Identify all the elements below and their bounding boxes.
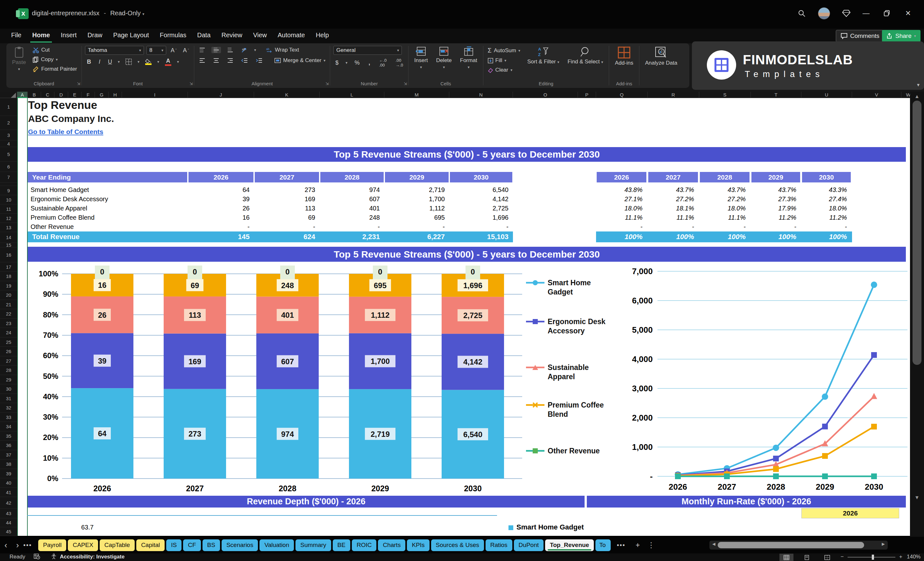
column-header-A[interactable]: A: [17, 92, 28, 98]
row-header-4[interactable]: 4: [0, 140, 17, 147]
column-header-R[interactable]: R: [648, 92, 699, 98]
row-header-34[interactable]: 34: [0, 422, 17, 431]
tabs-list-icon[interactable]: •••: [23, 542, 32, 549]
row-header-23[interactable]: 23: [0, 319, 17, 328]
row-header-31[interactable]: 31: [0, 394, 17, 403]
alignment-dialog-launcher[interactable]: ⇲: [326, 81, 328, 86]
align-center-button[interactable]: [212, 57, 221, 64]
comma-format-button[interactable]: ,: [366, 59, 372, 67]
menu-tab-data[interactable]: Data: [195, 28, 212, 41]
clear-button[interactable]: Clear▾: [486, 66, 522, 74]
menu-tab-home[interactable]: Home: [30, 28, 52, 43]
align-bottom-button[interactable]: [225, 47, 235, 53]
tabs-scroll-left-icon[interactable]: ‹: [4, 540, 8, 550]
column-header-Q[interactable]: Q: [596, 92, 648, 98]
sheet-tab-sources-uses[interactable]: Sources & Uses: [431, 539, 484, 551]
comments-button[interactable]: Comments: [836, 30, 884, 42]
macro-record-icon[interactable]: [34, 554, 40, 561]
row-header-1[interactable]: 1: [0, 98, 17, 116]
column-header-G[interactable]: G: [95, 92, 109, 98]
row-header-21[interactable]: 21: [0, 300, 17, 309]
grow-font-button[interactable]: Aˆ: [169, 46, 178, 54]
sheet-tab-summary[interactable]: Summary: [296, 539, 331, 551]
zoom-out-button[interactable]: −: [841, 554, 844, 560]
row-header-11[interactable]: 11: [0, 204, 17, 214]
row-header-7[interactable]: 7: [0, 172, 17, 183]
sheet-tab-scenarios[interactable]: Scenarios: [222, 539, 258, 551]
collapse-ribbon-icon[interactable]: ▾: [917, 82, 920, 88]
font-dialog-launcher[interactable]: ⇲: [189, 81, 193, 86]
column-header-B[interactable]: B: [28, 92, 41, 98]
row-header-9[interactable]: 9: [0, 186, 17, 195]
sheet-tab-valuation[interactable]: Valuation: [260, 539, 294, 551]
restore-button[interactable]: [880, 7, 893, 20]
row-header-41[interactable]: 41: [0, 488, 17, 497]
row-header-17[interactable]: 17: [0, 262, 17, 272]
hscroll-right-icon[interactable]: ►: [881, 541, 886, 547]
column-header-I[interactable]: I: [122, 92, 188, 98]
sort-filter-button[interactable]: AZ Sort & Filter ▾: [525, 46, 562, 66]
zoom-slider[interactable]: [848, 557, 896, 558]
column-header-J[interactable]: J: [188, 92, 254, 98]
orientation-button[interactable]: ab: [240, 46, 250, 54]
premium-gem-icon[interactable]: [840, 7, 853, 20]
row-header-32[interactable]: 32: [0, 403, 17, 412]
sheet-tab-cf[interactable]: CF: [183, 539, 201, 551]
menu-tab-draw[interactable]: Draw: [86, 28, 104, 41]
font-size-select[interactable]: 8▾: [147, 46, 166, 55]
row-header-29[interactable]: 29: [0, 375, 17, 384]
menu-tab-automate[interactable]: Automate: [276, 28, 307, 41]
column-header-E[interactable]: E: [68, 92, 81, 98]
decrease-indent-button[interactable]: [240, 57, 250, 64]
row-header-5[interactable]: 5: [0, 147, 17, 162]
increase-indent-button[interactable]: [254, 57, 264, 64]
column-header-P[interactable]: P: [578, 92, 596, 98]
menu-tab-help[interactable]: Help: [314, 28, 331, 41]
search-icon[interactable]: [795, 7, 808, 20]
decrease-decimal-button[interactable]: .00→.0: [393, 57, 405, 68]
row-header-25[interactable]: 25: [0, 338, 17, 347]
clipboard-dialog-launcher[interactable]: ⇲: [77, 81, 80, 86]
delete-cells-button[interactable]: Delete▾: [434, 46, 454, 70]
zoom-level[interactable]: 140%: [907, 554, 921, 560]
column-header-U[interactable]: U: [801, 92, 852, 98]
copy-button[interactable]: Copy▾: [32, 56, 78, 64]
fill-button[interactable]: Fill▾: [486, 56, 522, 64]
share-button[interactable]: Share ▾: [882, 30, 921, 42]
row-header-36[interactable]: 36: [0, 441, 17, 450]
analyze-data-button[interactable]: Analyze Data: [642, 46, 680, 67]
insert-cells-button[interactable]: Insert▾: [412, 46, 430, 70]
increase-decimal-button[interactable]: ←.0.00: [377, 57, 388, 68]
row-header-33[interactable]: 33: [0, 412, 17, 422]
row-header-44[interactable]: 44: [0, 518, 17, 527]
row-header-6[interactable]: 6: [0, 162, 17, 172]
horizontal-scroll-thumb[interactable]: [718, 542, 864, 548]
column-header-K[interactable]: K: [254, 92, 320, 98]
row-header-26[interactable]: 26: [0, 347, 17, 356]
menu-tab-review[interactable]: Review: [219, 28, 244, 41]
row-header-42[interactable]: 42: [0, 497, 17, 509]
new-sheet-button[interactable]: +: [636, 541, 640, 549]
row-header-18[interactable]: 18: [0, 272, 17, 281]
row-header-27[interactable]: 27: [0, 356, 17, 366]
addins-button[interactable]: Add-ins: [612, 46, 636, 67]
row-header-24[interactable]: 24: [0, 328, 17, 338]
row-header-30[interactable]: 30: [0, 384, 17, 394]
readonly-badge[interactable]: Read-Only: [110, 9, 141, 16]
menu-tab-view[interactable]: View: [251, 28, 269, 41]
row-header-2[interactable]: 2: [0, 116, 17, 130]
column-header-M[interactable]: M: [384, 92, 449, 98]
sheet-tab-roic[interactable]: ROIC: [352, 539, 376, 551]
fill-color-button[interactable]: [143, 58, 153, 66]
number-format-select[interactable]: General▾: [333, 46, 402, 55]
sheet-tab-bs[interactable]: BS: [202, 539, 220, 551]
wrap-text-button[interactable]: ab Wrap Text: [265, 46, 300, 54]
format-cells-button[interactable]: Format▾: [458, 46, 480, 70]
column-header-F[interactable]: F: [81, 92, 95, 98]
more-tabs-icon[interactable]: •••: [617, 542, 626, 549]
row-header-13[interactable]: 13: [0, 223, 17, 232]
row-header-28[interactable]: 28: [0, 366, 17, 375]
row-header-15[interactable]: 15: [0, 243, 17, 248]
column-header-V[interactable]: V: [852, 92, 902, 98]
row-header-19[interactable]: 19: [0, 281, 17, 290]
